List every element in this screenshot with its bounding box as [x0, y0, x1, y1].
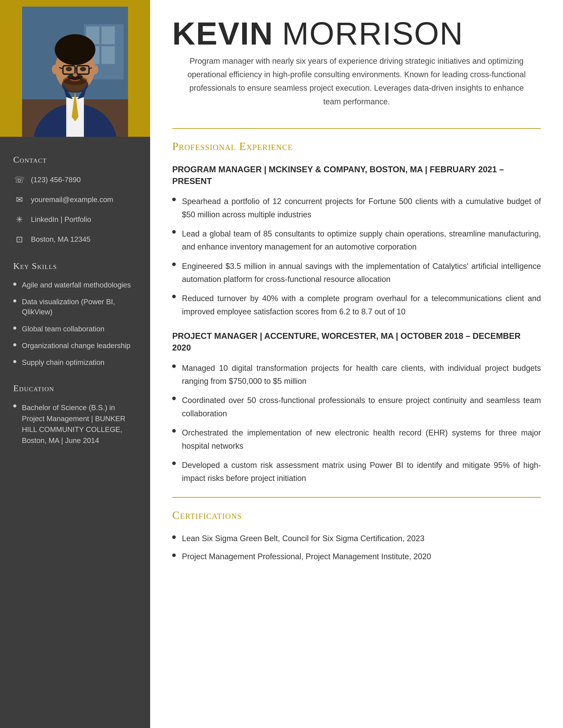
- summary-text: Program manager with nearly six years of…: [185, 54, 528, 108]
- location-icon: ⊡: [13, 233, 25, 245]
- bullet-2-1: [172, 364, 176, 368]
- job-1: PROGRAM MANAGER | MCKINSEY & COMPANY, BO…: [172, 164, 541, 318]
- skill-text-2: Data visualization (Power BI, QlikView): [22, 297, 137, 317]
- cert-bullet-2: [172, 554, 176, 557]
- skill-item-4: Organizational change leadership: [13, 341, 137, 351]
- job-2-bullet-1: Managed 10 digital transformation projec…: [172, 362, 541, 388]
- resume-container: Contact ☏ (123) 456-7890 ✉ youremail@exa…: [0, 0, 563, 728]
- linkedin-text: LinkedIn | Portfolio: [31, 215, 91, 224]
- job-2-bullet-3: Orchestrated the implementation of new e…: [172, 426, 541, 452]
- job-2-bullet-3-text: Orchestrated the implementation of new e…: [182, 426, 541, 452]
- cert-text-2: Project Management Professional, Project…: [182, 551, 431, 563]
- skills-title: Key Skills: [13, 261, 137, 271]
- sidebar-content: Contact ☏ (123) 456-7890 ✉ youremail@exa…: [0, 137, 150, 728]
- bullet-1-2: [172, 230, 176, 234]
- experience-section: Professional Experience PROGRAM MANAGER …: [172, 140, 541, 485]
- job-1-bullet-1-text: Spearhead a portfolio of 12 concurrent p…: [182, 195, 541, 221]
- cert-item-1: Lean Six Sigma Green Belt, Council for S…: [172, 533, 541, 544]
- experience-section-title: Professional Experience: [172, 140, 541, 153]
- job-1-bullet-4-text: Reduced turnover by 40% with a complete …: [182, 292, 541, 318]
- phone-icon: ☏: [13, 174, 25, 186]
- svg-rect-3: [102, 26, 115, 44]
- bullet-2-4: [172, 462, 176, 465]
- email-icon: ✉: [13, 193, 25, 206]
- email-text: youremail@example.com: [31, 195, 113, 204]
- svg-point-11: [55, 34, 95, 65]
- job-1-bullet-3-text: Engineered $3.5 million in annual saving…: [182, 260, 541, 286]
- skill-text-5: Supply chain optimization: [22, 357, 104, 368]
- contact-linkedin-item: ✳ LinkedIn | Portfolio: [13, 213, 137, 225]
- certifications-section-title: Certifications: [172, 509, 541, 522]
- job-1-bullet-4: Reduced turnover by 40% with a complete …: [172, 292, 541, 318]
- job-1-bullet-3: Engineered $3.5 million in annual saving…: [172, 260, 541, 286]
- job-2-bullet-4-text: Developed a custom risk assessment matri…: [182, 459, 541, 485]
- name-section: KEVIN MORRISON Program manager with near…: [172, 18, 541, 117]
- svg-point-24: [92, 65, 98, 74]
- job-1-bullet-2-text: Lead a global team of 85 consultants to …: [182, 227, 541, 253]
- job-1-bullets: Spearhead a portfolio of 12 concurrent p…: [172, 195, 541, 318]
- education-item-1: Bachelor of Science (B.S.) in Project Ma…: [13, 402, 137, 446]
- skill-bullet-1: [13, 283, 16, 286]
- skill-item-2: Data visualization (Power BI, QlikView): [13, 297, 137, 317]
- contact-title: Contact: [13, 154, 137, 165]
- education-bullet-1: [13, 404, 16, 407]
- contact-section: Contact ☏ (123) 456-7890 ✉ youremail@exa…: [13, 154, 137, 245]
- skill-bullet-2: [13, 299, 16, 302]
- job-2-title: PROJECT MANAGER | ACCENTURE, WORCESTER, …: [172, 330, 541, 354]
- skill-bullet-5: [13, 360, 16, 363]
- cert-item-2: Project Management Professional, Project…: [172, 551, 541, 563]
- job-1-title: PROGRAM MANAGER | MCKINSEY & COMPANY, BO…: [172, 164, 541, 187]
- name-display: KEVIN MORRISON: [172, 18, 541, 50]
- job-2-bullet-2-text: Coordinated over 50 cross-functional pro…: [182, 394, 541, 420]
- svg-point-20: [66, 67, 72, 71]
- skills-section: Key Skills Agile and waterfall methodolo…: [13, 261, 137, 368]
- location-text: Boston, MA 12345: [31, 235, 90, 244]
- job-2-bullets: Managed 10 digital transformation projec…: [172, 362, 541, 485]
- sidebar: Contact ☏ (123) 456-7890 ✉ youremail@exa…: [0, 0, 150, 728]
- bullet-2-2: [172, 397, 176, 400]
- job-2-bullet-1-text: Managed 10 digital transformation projec…: [182, 362, 541, 388]
- job-1-bullet-1: Spearhead a portfolio of 12 concurrent p…: [172, 195, 541, 221]
- job-2-bullet-2: Coordinated over 50 cross-functional pro…: [172, 394, 541, 420]
- phone-text: (123) 456-7890: [31, 176, 81, 184]
- education-section: Education Bachelor of Science (B.S.) in …: [13, 383, 137, 446]
- contact-location-item: ⊡ Boston, MA 12345: [13, 233, 137, 245]
- main-content: KEVIN MORRISON Program manager with near…: [150, 0, 563, 728]
- skill-bullet-4: [13, 343, 16, 346]
- certifications-section: Certifications Lean Six Sigma Green Belt…: [172, 509, 541, 563]
- cert-text-1: Lean Six Sigma Green Belt, Council for S…: [182, 533, 425, 544]
- skill-bullet-3: [13, 326, 16, 330]
- photo-area: [0, 0, 150, 137]
- skill-item-5: Supply chain optimization: [13, 357, 137, 368]
- education-title: Education: [13, 383, 137, 393]
- contact-phone-item: ☏ (123) 456-7890: [13, 174, 137, 186]
- skill-text-1: Agile and waterfall methodologies: [22, 280, 131, 290]
- skill-text-3: Global team collaboration: [22, 324, 104, 334]
- svg-point-21: [80, 67, 86, 71]
- education-text-1: Bachelor of Science (B.S.) in Project Ma…: [22, 402, 137, 446]
- svg-rect-5: [102, 46, 115, 64]
- skill-item-1: Agile and waterfall methodologies: [13, 280, 137, 290]
- svg-point-22: [73, 73, 77, 77]
- bullet-2-3: [172, 429, 176, 433]
- job-1-bullet-2: Lead a global team of 85 consultants to …: [172, 227, 541, 253]
- bullet-1-3: [172, 263, 176, 266]
- section-divider-2: [172, 497, 541, 498]
- last-name: MORRISON: [282, 16, 463, 51]
- skill-item-3: Global team collaboration: [13, 324, 137, 334]
- skill-text-4: Organizational change leadership: [22, 341, 130, 351]
- profile-photo: [22, 7, 128, 137]
- job-2-bullet-4: Developed a custom risk assessment matri…: [172, 459, 541, 485]
- section-divider-1: [172, 128, 541, 129]
- bullet-1-1: [172, 198, 176, 201]
- first-name: KEVIN: [172, 16, 273, 51]
- job-2: PROJECT MANAGER | ACCENTURE, WORCESTER, …: [172, 330, 541, 485]
- contact-email-item: ✉ youremail@example.com: [13, 193, 137, 206]
- svg-point-23: [52, 65, 58, 74]
- cert-bullet-1: [172, 535, 176, 539]
- bullet-1-4: [172, 295, 176, 298]
- linkedin-icon: ✳: [13, 213, 25, 225]
